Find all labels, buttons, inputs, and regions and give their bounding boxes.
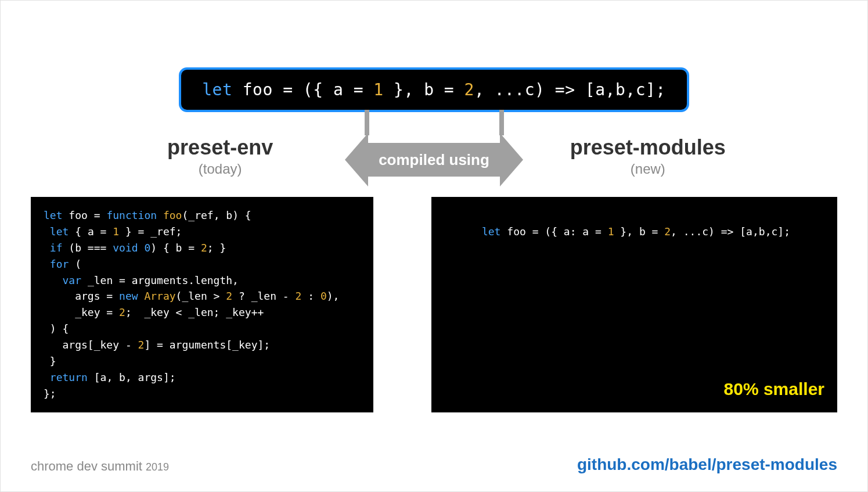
footer: chrome dev summit 2019 github.com/babel/… <box>31 455 837 474</box>
arrow-left-head-icon <box>345 133 368 186</box>
arrow-right-head-icon <box>500 133 523 186</box>
arrow-row: preset-env (today) compiled using preset… <box>31 110 837 186</box>
preset-env-output: let foo = function foo(_ref, b) { let { … <box>31 197 373 412</box>
compiled-label: compiled using <box>368 143 500 177</box>
event-label: chrome dev summit 2019 <box>31 459 169 474</box>
preset-modules-output: let foo = ({ a: a = 1 }, b = 2, ...c) =>… <box>431 197 837 412</box>
slide: let foo = ({ a = 1 }, b = 2, ...c) => [a… <box>0 0 868 492</box>
right-subtitle: (new) <box>523 161 773 177</box>
event-name: chrome dev summit <box>31 459 142 473</box>
source-code-banner: let foo = ({ a = 1 }, b = 2, ...c) => [a… <box>179 67 689 112</box>
left-title: preset-env <box>95 135 345 160</box>
left-subtitle: (today) <box>95 161 345 177</box>
compiled-arrow: compiled using <box>345 133 523 186</box>
stem-right <box>499 110 504 135</box>
left-label: preset-env (today) <box>95 119 345 177</box>
source-code-area: let foo = ({ a = 1 }, b = 2, ...c) => [a… <box>31 67 837 112</box>
right-label: preset-modules (new) <box>523 119 773 177</box>
arrow-stems <box>324 110 545 135</box>
repo-link[interactable]: github.com/babel/preset-modules <box>577 455 837 474</box>
size-badge: 80% smaller <box>724 376 824 403</box>
event-year: 2019 <box>146 461 169 473</box>
code-row: let foo = function foo(_ref, b) { let { … <box>31 197 837 412</box>
stem-left <box>365 110 369 135</box>
right-title: preset-modules <box>523 135 773 160</box>
